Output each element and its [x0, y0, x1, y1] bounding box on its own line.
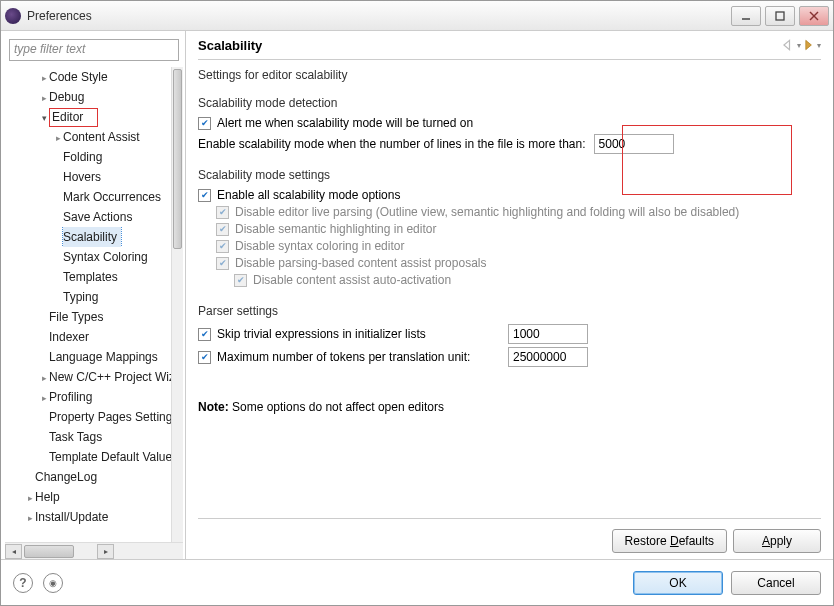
tree-item-label: Install/Update	[35, 510, 108, 524]
tree-item[interactable]: Help	[5, 487, 171, 507]
sidebar: type filter text Code StyleDebugEditorCo…	[1, 31, 186, 559]
enable-all-checkbox[interactable]	[198, 189, 211, 202]
disable-auto-activation-label: Disable content assist auto-activation	[253, 273, 451, 287]
alert-label: Alert me when scalability mode will be t…	[217, 116, 473, 130]
tree-item[interactable]: Template Default Values	[5, 447, 171, 467]
disable-semantic-highlight-checkbox	[216, 223, 229, 236]
title-bar: Preferences	[1, 1, 833, 31]
tree-item[interactable]: Task Tags	[5, 427, 171, 447]
tree-item-label: Debug	[49, 90, 84, 104]
tree-item-label: Indexer	[49, 330, 89, 344]
tree-item[interactable]: File Types	[5, 307, 171, 327]
tree-item[interactable]: Profiling	[5, 387, 171, 407]
tree-item-label: Templates	[63, 270, 118, 284]
tree-item-label: Code Style	[49, 70, 108, 84]
tree-arrow-icon[interactable]	[39, 107, 49, 127]
page-title: Scalability	[198, 38, 262, 53]
tree-item[interactable]: Templates	[5, 267, 171, 287]
apply-button[interactable]: Apply	[733, 529, 821, 553]
help-icon[interactable]	[13, 573, 33, 593]
tree-item[interactable]: Debug	[5, 87, 171, 107]
tree-item[interactable]: Hovers	[5, 167, 171, 187]
disable-content-assist-checkbox	[216, 257, 229, 270]
tree-item-label: Property Pages Settings	[49, 410, 171, 424]
tree-item-label: Folding	[63, 150, 102, 164]
window-title: Preferences	[27, 9, 92, 23]
tree-item-label: ChangeLog	[35, 470, 97, 484]
tree-arrow-icon[interactable]	[39, 367, 49, 387]
scalability-detection-group: Scalability mode detection Alert me when…	[198, 96, 821, 154]
tree-item[interactable]: Mark Occurrences	[5, 187, 171, 207]
disable-semantic-highlight-label: Disable semantic highlighting in editor	[235, 222, 436, 236]
tree-item[interactable]: Editor	[5, 107, 171, 127]
group-settings-title: Scalability mode settings	[198, 168, 821, 182]
tree-horizontal-scrollbar[interactable]: ◂ ▸	[5, 542, 183, 559]
disable-syntax-coloring-checkbox	[216, 240, 229, 253]
tree-arrow-icon[interactable]	[53, 127, 63, 147]
disable-auto-activation-checkbox	[234, 274, 247, 287]
disable-content-assist-label: Disable parsing-based content assist pro…	[235, 256, 486, 270]
tree-item-label: Content Assist	[63, 130, 140, 144]
max-tokens-checkbox[interactable]	[198, 351, 211, 364]
scalability-settings-group: Scalability mode settings Enable all sca…	[198, 168, 821, 290]
tree-item-label: Mark Occurrences	[63, 190, 161, 204]
tree-item-label: Scalability	[63, 227, 121, 247]
dialog-footer: OK Cancel	[1, 559, 833, 605]
page-subtitle: Settings for editor scalability	[198, 68, 821, 82]
tree-item[interactable]: Content Assist	[5, 127, 171, 147]
tree-item[interactable]: Syntax Coloring	[5, 247, 171, 267]
ok-button[interactable]: OK	[633, 571, 723, 595]
preferences-tree[interactable]: Code StyleDebugEditorContent AssistFoldi…	[5, 67, 183, 542]
tree-item-label: File Types	[49, 310, 103, 324]
close-button[interactable]	[799, 6, 829, 26]
cancel-button[interactable]: Cancel	[731, 571, 821, 595]
disable-live-parsing-label: Disable editor live parsing (Outline vie…	[235, 205, 739, 219]
forward-icon[interactable]: ▾	[803, 37, 821, 53]
disable-live-parsing-checkbox	[216, 206, 229, 219]
minimize-button[interactable]	[731, 6, 761, 26]
tree-item[interactable]: Save Actions	[5, 207, 171, 227]
tree-item-label: Save Actions	[63, 210, 132, 224]
restore-defaults-button[interactable]: Restore Defaults	[612, 529, 727, 553]
tree-item-label: Template Default Values	[49, 450, 171, 464]
filter-input[interactable]: type filter text	[9, 39, 179, 61]
max-tokens-input[interactable]	[508, 347, 588, 367]
skip-trivial-input[interactable]	[508, 324, 588, 344]
maximize-button[interactable]	[765, 6, 795, 26]
record-icon[interactable]	[43, 573, 63, 593]
group-parser-title: Parser settings	[198, 304, 821, 318]
disable-syntax-coloring-label: Disable syntax coloring in editor	[235, 239, 404, 253]
threshold-input[interactable]	[594, 134, 674, 154]
tree-arrow-icon[interactable]	[39, 387, 49, 407]
tree-item[interactable]: New C/C++ Project Wizard	[5, 367, 171, 387]
tree-item-label: Editor	[49, 108, 98, 127]
tree-arrow-icon[interactable]	[39, 87, 49, 107]
back-icon[interactable]: ▾	[783, 37, 801, 53]
svg-rect-1	[776, 12, 784, 20]
tree-item[interactable]: Install/Update	[5, 507, 171, 527]
tree-item[interactable]: Scalability	[5, 227, 171, 247]
tree-item[interactable]: Indexer	[5, 327, 171, 347]
tree-arrow-icon[interactable]	[25, 487, 35, 507]
parser-settings-group: Parser settings Skip trivial expressions…	[198, 304, 821, 370]
skip-trivial-label: Skip trivial expressions in initializer …	[217, 327, 426, 341]
content-pane: Scalability ▾ ▾ Settings for editor scal…	[186, 31, 833, 559]
skip-trivial-checkbox[interactable]	[198, 328, 211, 341]
tree-item-label: Typing	[63, 290, 98, 304]
group-detection-title: Scalability mode detection	[198, 96, 821, 110]
tree-item[interactable]: Property Pages Settings	[5, 407, 171, 427]
tree-item[interactable]: Typing	[5, 287, 171, 307]
tree-item-label: Help	[35, 490, 60, 504]
tree-item-label: New C/C++ Project Wizard	[49, 370, 171, 384]
max-tokens-label: Maximum number of tokens per translation…	[217, 350, 470, 364]
alert-checkbox[interactable]	[198, 117, 211, 130]
tree-item[interactable]: Language Mappings	[5, 347, 171, 367]
tree-item-label: Profiling	[49, 390, 92, 404]
tree-vertical-scrollbar[interactable]	[171, 67, 183, 542]
tree-item[interactable]: ChangeLog	[5, 467, 171, 487]
threshold-label: Enable scalability mode when the number …	[198, 137, 586, 151]
tree-arrow-icon[interactable]	[39, 67, 49, 87]
tree-arrow-icon[interactable]	[25, 507, 35, 527]
tree-item[interactable]: Code Style	[5, 67, 171, 87]
tree-item[interactable]: Folding	[5, 147, 171, 167]
